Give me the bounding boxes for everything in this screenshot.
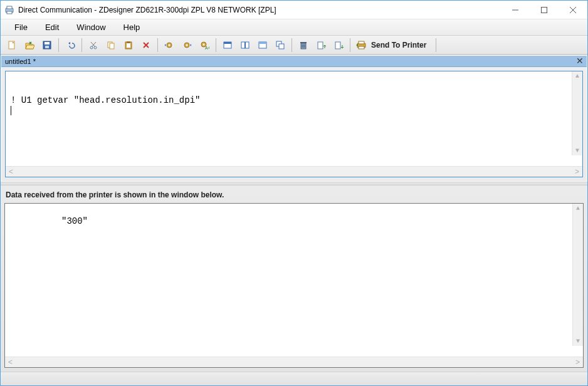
menu-window[interactable]: Window [68, 20, 114, 34]
tab-close-icon[interactable]: ✕ [575, 56, 584, 65]
window-title: Direct Communication - ZDesigner ZD621R-… [18, 6, 276, 14]
svg-rect-32 [246, 42, 249, 48]
svg-rect-36 [279, 44, 284, 49]
minimize-button[interactable] [501, 1, 530, 19]
toolbar: A+B Send To Printer [1, 36, 587, 55]
save-icon[interactable] [39, 37, 55, 53]
send-to-printer-button[interactable]: Send To Printer [353, 37, 433, 53]
new-file-icon[interactable] [4, 37, 20, 53]
scroll-right-icon[interactable]: > [574, 358, 582, 367]
send-to-printer-label: Send To Printer [371, 41, 426, 50]
svg-rect-34 [259, 42, 266, 44]
svg-rect-19 [127, 41, 130, 43]
receive-container: "300" ▲▼ < > [4, 203, 584, 368]
close-button[interactable] [559, 1, 587, 19]
scroll-left-icon[interactable]: < [7, 167, 15, 176]
client-area: untitled1 * ✕ ! U1 getvar "head.resoluti… [1, 55, 587, 372]
app-window: Direct Communication - ZDesigner ZD621R-… [0, 0, 588, 386]
svg-rect-4 [542, 7, 547, 13]
maximize-button[interactable] [530, 1, 559, 19]
layout-single-icon[interactable] [219, 37, 236, 53]
svg-point-23 [169, 44, 171, 46]
svg-rect-10 [45, 46, 49, 48]
svg-point-11 [90, 46, 93, 49]
layout-split-h-icon[interactable] [255, 37, 271, 53]
doc-down-icon[interactable] [330, 37, 347, 53]
svg-point-25 [186, 44, 188, 46]
menu-edit[interactable]: Edit [36, 20, 68, 34]
gear-right-icon[interactable] [179, 37, 195, 53]
delete-icon[interactable] [138, 37, 154, 53]
svg-text:A+B: A+B [205, 46, 209, 50]
svg-rect-31 [241, 42, 245, 48]
svg-rect-9 [45, 42, 50, 44]
receive-content: "300" [61, 216, 88, 226]
editor-horizontal-scrollbar[interactable]: < > [6, 166, 582, 177]
menubar: File Edit Window Help [1, 19, 587, 36]
layout-split-v-icon[interactable] [237, 37, 253, 53]
code-editor[interactable]: ! U1 getvar "head.resolution.in_dpi" ▲▼ [6, 71, 582, 166]
svg-rect-16 [110, 43, 114, 49]
svg-rect-45 [359, 41, 364, 44]
svg-rect-38 [300, 42, 307, 43]
open-file-icon[interactable] [21, 37, 38, 53]
svg-rect-30 [224, 42, 231, 44]
cut-icon[interactable] [85, 37, 102, 53]
paste-icon[interactable] [120, 37, 137, 53]
statusbar [1, 372, 587, 385]
receive-horizontal-scrollbar[interactable]: < > [5, 357, 583, 367]
text-caret [11, 106, 11, 115]
app-icon [4, 5, 14, 15]
scroll-left-icon[interactable]: < [6, 358, 14, 367]
document-tab-label: untitled1 * [5, 58, 36, 65]
svg-rect-18 [127, 43, 130, 48]
editor-container: ! U1 getvar "head.resolution.in_dpi" ▲▼ … [5, 71, 583, 177]
svg-rect-42 [318, 42, 323, 49]
svg-rect-46 [359, 46, 364, 49]
receive-output[interactable]: "300" ▲▼ [5, 204, 583, 357]
menu-file[interactable]: File [6, 20, 36, 34]
svg-rect-1 [7, 6, 12, 9]
gear-plus-icon[interactable]: A+B [196, 37, 213, 53]
printer-icon [356, 39, 367, 51]
layout-cascade-icon[interactable] [272, 37, 288, 53]
menu-help[interactable]: Help [115, 20, 149, 34]
titlebar: Direct Communication - ZDesigner ZD621R-… [1, 1, 587, 19]
svg-rect-2 [7, 11, 12, 14]
scroll-right-icon[interactable]: > [573, 167, 581, 176]
receive-label: Data received from the printer is shown … [4, 188, 584, 203]
trash-icon[interactable] [295, 37, 312, 53]
editor-content: ! U1 getvar "head.resolution.in_dpi" [11, 95, 200, 105]
tabstrip: untitled1 * ✕ [1, 56, 587, 67]
editor-vertical-scrollbar[interactable]: ▲▼ [572, 71, 582, 155]
svg-rect-43 [335, 42, 340, 49]
gear-left-icon[interactable] [161, 37, 177, 53]
document-tab[interactable]: untitled1 * [1, 56, 42, 66]
doc-up-icon[interactable] [313, 37, 329, 53]
copy-icon[interactable] [103, 37, 119, 53]
svg-point-12 [94, 46, 97, 49]
undo-icon[interactable] [62, 37, 78, 53]
receive-vertical-scrollbar[interactable]: ▲▼ [572, 204, 583, 346]
window-controls [501, 1, 587, 19]
receive-panel: Data received from the printer is shown … [1, 185, 587, 372]
document-area: untitled1 * ✕ ! U1 getvar "head.resoluti… [1, 55, 587, 182]
